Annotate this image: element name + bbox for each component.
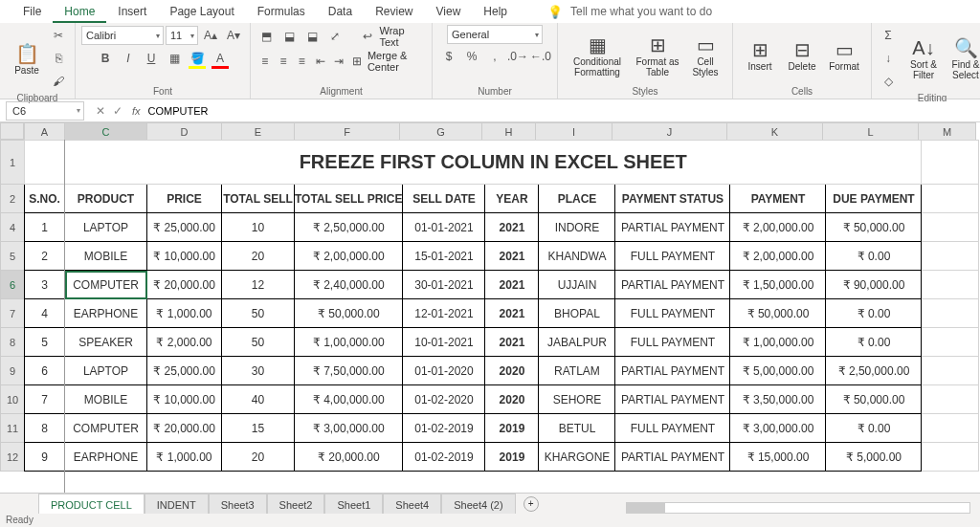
header-cell[interactable]: TOTAL SELL PRICE <box>295 185 403 213</box>
add-sheet-button[interactable]: + <box>523 496 539 512</box>
data-cell[interactable]: BHOPAL <box>539 299 615 328</box>
data-cell[interactable]: PARTIAL PAYMENT <box>615 357 730 385</box>
decrease-indent-button[interactable]: ⇤ <box>312 51 328 72</box>
column-header[interactable]: M <box>919 123 976 141</box>
data-cell[interactable]: ₹ 50,000.00 <box>826 385 922 414</box>
data-cell[interactable]: 1 <box>25 213 65 242</box>
data-cell[interactable]: ₹ 15,000.00 <box>730 443 826 472</box>
data-cell[interactable]: 10-01-2021 <box>403 328 485 357</box>
data-cell[interactable]: ₹ 1,000.00 <box>147 299 222 328</box>
data-cell[interactable]: COMPUTER <box>65 271 147 299</box>
paste-button[interactable]: 📋 Paste <box>6 30 48 87</box>
data-cell[interactable]: MOBILE <box>65 242 147 271</box>
orientation-button[interactable]: ⤢ <box>324 26 345 47</box>
cell[interactable] <box>922 414 979 443</box>
data-cell[interactable]: ₹ 7,50,000.00 <box>295 357 403 385</box>
fx-icon[interactable]: fx <box>128 105 145 117</box>
data-cell[interactable]: ₹ 50,000.00 <box>826 213 922 242</box>
cancel-formula-icon[interactable]: ✕ <box>96 104 105 118</box>
cell[interactable] <box>922 213 979 242</box>
row-header[interactable]: 1 <box>1 141 25 185</box>
data-cell[interactable]: ₹ 2,50,000.00 <box>295 213 403 242</box>
horizontal-scrollbar[interactable] <box>626 502 970 514</box>
data-cell[interactable]: FULL PAYMENT <box>615 299 730 328</box>
tab-page-layout[interactable]: Page Layout <box>158 0 245 23</box>
data-cell[interactable]: COMPUTER <box>65 414 147 443</box>
header-cell[interactable]: PRODUCT <box>65 185 147 213</box>
data-cell[interactable]: 2021 <box>485 242 539 271</box>
cell[interactable] <box>25 141 65 185</box>
decrease-decimal-button[interactable]: ←.0 <box>530 46 551 67</box>
data-cell[interactable]: 8 <box>25 414 65 443</box>
row-header[interactable]: 5 <box>1 242 25 271</box>
data-cell[interactable]: 01-02-2020 <box>403 385 485 414</box>
cell[interactable] <box>922 385 979 414</box>
data-cell[interactable]: PARTIAL PAYMENT <box>615 271 730 299</box>
data-cell[interactable]: ₹ 50,000.00 <box>295 299 403 328</box>
header-cell[interactable]: S.NO. <box>25 185 65 213</box>
cell[interactable] <box>922 443 979 472</box>
data-cell[interactable]: ₹ 25,000.00 <box>147 357 222 385</box>
sheet-tab[interactable]: Sheet4 <box>383 494 441 515</box>
data-cell[interactable]: 2021 <box>485 328 539 357</box>
data-cell[interactable]: ₹ 10,000.00 <box>147 385 222 414</box>
data-cell[interactable]: EARPHONE <box>65 299 147 328</box>
data-cell[interactable]: 2 <box>25 242 65 271</box>
data-cell[interactable]: 5 <box>25 328 65 357</box>
select-all-corner[interactable] <box>0 122 24 140</box>
data-cell[interactable]: 01-02-2019 <box>403 443 485 472</box>
data-cell[interactable]: ₹ 3,00,000.00 <box>730 414 826 443</box>
cell[interactable] <box>922 328 979 357</box>
delete-cells-button[interactable]: ⊟Delete <box>781 27 823 84</box>
data-cell[interactable]: ₹ 5,000.00 <box>826 443 922 472</box>
data-cell[interactable]: 2020 <box>485 357 539 385</box>
data-cell[interactable]: 2021 <box>485 271 539 299</box>
data-cell[interactable]: 2021 <box>485 213 539 242</box>
data-cell[interactable]: ₹ 50,000.00 <box>730 299 826 328</box>
data-cell[interactable]: ₹ 0.00 <box>826 414 922 443</box>
row-header[interactable]: 12 <box>1 443 25 472</box>
align-left-button[interactable]: ≡ <box>256 51 273 72</box>
sheet-tab[interactable]: Sheet4 (2) <box>441 494 515 515</box>
conditional-formatting-button[interactable]: ▦ Conditional Formatting <box>564 27 631 84</box>
sheet-tab[interactable]: INDENT <box>145 494 209 515</box>
font-color-button[interactable]: A <box>210 48 231 69</box>
row-header[interactable]: 8 <box>1 328 25 357</box>
data-cell[interactable]: BETUL <box>539 414 615 443</box>
cell[interactable] <box>922 357 979 385</box>
data-cell[interactable]: 40 <box>222 385 295 414</box>
data-cell[interactable]: 3 <box>25 271 65 299</box>
column-header[interactable]: C <box>65 123 147 141</box>
data-cell[interactable]: 2021 <box>485 299 539 328</box>
tab-file[interactable]: File <box>11 0 53 23</box>
column-header[interactable]: E <box>222 123 295 141</box>
data-cell[interactable]: KHARGONE <box>539 443 615 472</box>
data-cell[interactable]: ₹ 0.00 <box>826 242 922 271</box>
cell-styles-button[interactable]: ▭ Cell Styles <box>684 27 726 84</box>
enter-formula-icon[interactable]: ✓ <box>113 104 122 118</box>
header-cell[interactable]: TOTAL SELL <box>222 185 295 213</box>
data-cell[interactable]: FULL PAYMENT <box>615 328 730 357</box>
data-cell[interactable]: 20 <box>222 242 295 271</box>
header-cell[interactable]: PRICE <box>147 185 222 213</box>
data-cell[interactable]: 01-01-2021 <box>403 213 485 242</box>
data-cell[interactable]: 01-01-2020 <box>403 357 485 385</box>
cut-button[interactable]: ✂ <box>48 25 69 46</box>
data-cell[interactable]: ₹ 20,000.00 <box>295 443 403 472</box>
comma-format-button[interactable]: , <box>484 46 505 67</box>
data-cell[interactable]: PARTIAL PAYMENT <box>615 213 730 242</box>
copy-button[interactable]: ⎘ <box>48 48 69 69</box>
data-cell[interactable]: INDORE <box>539 213 615 242</box>
fill-color-button[interactable]: 🪣 <box>187 48 208 69</box>
data-cell[interactable]: ₹ 3,50,000.00 <box>730 385 826 414</box>
data-cell[interactable]: ₹ 4,00,000.00 <box>295 385 403 414</box>
cell[interactable] <box>922 141 979 185</box>
row-header[interactable]: 4 <box>1 213 25 242</box>
data-cell[interactable]: EARPHONE <box>65 443 147 472</box>
tell-me-search[interactable]: 💡 Tell me what you want to do <box>547 5 712 19</box>
cell[interactable] <box>922 242 979 271</box>
row-header[interactable]: 11 <box>1 414 25 443</box>
data-cell[interactable]: 9 <box>25 443 65 472</box>
format-painter-button[interactable]: 🖌 <box>48 71 69 92</box>
data-cell[interactable]: 30 <box>222 357 295 385</box>
